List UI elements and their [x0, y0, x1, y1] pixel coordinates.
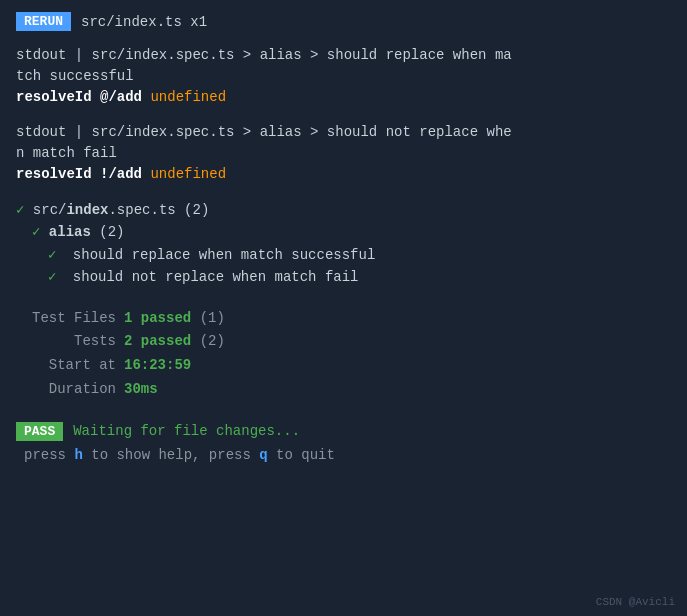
q-key: q: [259, 447, 267, 463]
stdout-label-2b: n match fail: [16, 145, 117, 161]
stdout-line-1b: tch successful: [16, 66, 671, 87]
resolve-line-2: resolveId !/add undefined: [16, 164, 671, 185]
result-test1-row: ✓ should replace when match successful: [16, 244, 671, 266]
stat-start-row: Start at 16:23:59: [16, 354, 671, 378]
stat-duration-label: Duration: [16, 378, 116, 402]
check-icon-test2: ✓: [48, 269, 65, 285]
rerun-path: src/index.ts x1: [81, 14, 207, 30]
check-icon-test1: ✓: [48, 247, 65, 263]
stat-files-label: Test Files: [16, 307, 116, 331]
stat-files-passed: 1 passed: [124, 307, 191, 331]
resolve-line-1: resolveId @/add undefined: [16, 87, 671, 108]
result-test2-row: ✓ should not replace when match fail: [16, 266, 671, 288]
stat-tests-row: Tests 2 passed (2): [16, 330, 671, 354]
stdout-block-2: stdout | src/index.spec.ts > alias > sho…: [16, 122, 671, 185]
result-file-row: ✓ src/index.spec.ts (2): [16, 199, 671, 221]
stat-tests-passed: 2 passed: [124, 330, 191, 354]
result-suite-text: alias (2): [49, 224, 125, 240]
stdout-label-1b: tch successful: [16, 68, 134, 84]
result-suite-row: ✓ alias (2): [16, 221, 671, 243]
stdout-line-1: stdout | src/index.spec.ts > alias > sho…: [16, 45, 671, 66]
check-icon-file: ✓: [16, 202, 33, 218]
check-icon-suite: ✓: [32, 224, 49, 240]
terminal-window: RERUN src/index.ts x1 stdout | src/index…: [0, 0, 687, 616]
press-to-quit: to quit: [268, 447, 335, 463]
waiting-text: Waiting for file changes...: [73, 423, 300, 439]
rerun-badge[interactable]: RERUN: [16, 12, 71, 31]
resolve-value-2: undefined: [150, 166, 226, 182]
result-test2-text: should not replace when match fail: [65, 269, 359, 285]
stat-files-row: Test Files 1 passed (1): [16, 307, 671, 331]
press-prefix: press: [24, 447, 74, 463]
resolve-keyword-2: resolveId !/add: [16, 166, 150, 182]
watermark: CSDN @Avicli: [596, 596, 675, 608]
stat-start-value: 16:23:59: [124, 354, 191, 378]
results-block: ✓ src/index.spec.ts (2) ✓ alias (2) ✓ sh…: [16, 199, 671, 289]
bottom-section: PASS Waiting for file changes... press h…: [16, 422, 671, 463]
stdout-line-2: stdout | src/index.spec.ts > alias > sho…: [16, 122, 671, 143]
press-help-line: press h to show help, press q to quit: [16, 447, 671, 463]
h-key: h: [74, 447, 82, 463]
stat-tests-label: Tests: [16, 330, 116, 354]
press-to-show: to show help, press: [83, 447, 259, 463]
stat-duration-value: 30ms: [124, 378, 158, 402]
result-test1-text: should replace when match successful: [65, 247, 375, 263]
resolve-value-1: undefined: [150, 89, 226, 105]
top-bar: RERUN src/index.ts x1: [16, 12, 671, 31]
stat-start-label: Start at: [16, 354, 116, 378]
pass-badge: PASS: [16, 422, 63, 441]
stat-tests-count: (2): [191, 330, 225, 354]
stdout-block-1: stdout | src/index.spec.ts > alias > sho…: [16, 45, 671, 108]
result-file-text: src/index.spec.ts (2): [33, 202, 209, 218]
stdout-label-1: stdout | src/index.spec.ts > alias > sho…: [16, 47, 512, 63]
resolve-keyword-1: resolveId @/add: [16, 89, 150, 105]
stdout-label-2: stdout | src/index.spec.ts > alias > sho…: [16, 124, 512, 140]
stat-files-count: (1): [191, 307, 225, 331]
stdout-line-2b: n match fail: [16, 143, 671, 164]
stat-duration-row: Duration 30ms: [16, 378, 671, 402]
pass-line: PASS Waiting for file changes...: [16, 422, 671, 441]
stats-block: Test Files 1 passed (1) Tests 2 passed (…: [16, 307, 671, 402]
